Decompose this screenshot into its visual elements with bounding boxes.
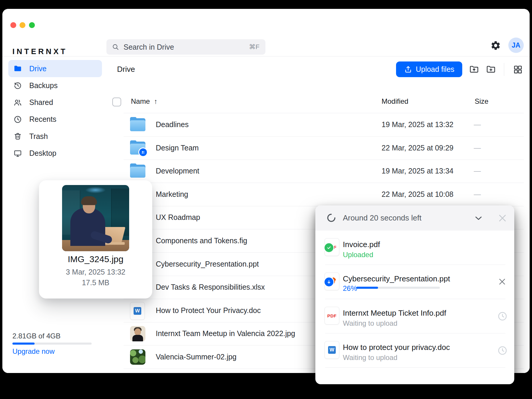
upload-item-percent: 26% — [343, 284, 357, 293]
upload-item-icon-cell: W — [325, 341, 339, 359]
close-icon — [497, 213, 508, 223]
sidebar-item-backups[interactable]: Backups — [8, 77, 102, 94]
row-file-name: Internxt Team Meetup in Valencia 2022.jp… — [156, 329, 295, 338]
sidebar-item-label: Shared — [29, 98, 53, 107]
close-panel-button[interactable] — [497, 213, 508, 223]
preview-date: 3 Mar, 2025 13:32 — [39, 268, 152, 276]
top-header: INTERNXT Search in Drive ⌘F JA — [2, 9, 530, 56]
upload-time-remaining: Around 20 seconds left — [343, 213, 421, 223]
upload-folder-button[interactable] — [469, 64, 479, 74]
upload-item-row: PDFInvoice.pdfUploaded — [315, 231, 514, 265]
trash-icon — [13, 132, 22, 141]
row-file-name: Marketing — [156, 190, 188, 199]
shared-folder-badge — [138, 147, 148, 157]
table-row[interactable]: Deadlines19 Mar, 2025 at 13:32— — [124, 113, 524, 137]
upload-files-button[interactable]: Upload files — [396, 61, 462, 77]
thumb-head — [134, 328, 141, 335]
preview-filename: IMG_3245.jpg — [39, 254, 152, 264]
upload-item-name: Invoice.pdf — [343, 240, 380, 249]
upload-item-status: Waiting to upload — [343, 319, 398, 327]
table-row[interactable]: Design Team22 Mar, 2025 at 09:29— — [124, 137, 524, 160]
search-icon — [112, 43, 119, 51]
row-file-name: How to Protect Your Privacy.doc — [156, 306, 261, 315]
upload-item-status: Waiting to upload — [343, 353, 398, 362]
upgrade-link[interactable]: Upgrade now — [12, 347, 55, 356]
row-file-name: Development — [156, 167, 199, 175]
avatar[interactable]: JA — [508, 38, 524, 53]
sidebar-item-label: Drive — [29, 64, 46, 73]
upload-row-divider — [325, 367, 505, 368]
folder-icon — [13, 64, 22, 73]
new-folder-button[interactable] — [486, 64, 496, 74]
row-file-name: Dev Tasks & Responsibilities.xlsx — [156, 283, 265, 291]
monitor-icon — [13, 149, 22, 158]
sidebar-item-recents[interactable]: Recents — [8, 111, 102, 128]
row-icon-cell — [130, 163, 147, 179]
row-icon-cell — [130, 349, 147, 365]
upload-item-name: Cybersecurity_Presentation.ppt — [343, 274, 450, 283]
column-header-modified[interactable]: Modified — [382, 97, 408, 106]
row-modified-date: 19 Mar, 2025 at 13:32 — [382, 120, 453, 129]
traffic-light-close[interactable] — [10, 22, 16, 28]
waiting-clock-icon — [497, 311, 508, 322]
traffic-light-zoom[interactable] — [29, 22, 35, 28]
sidebar-item-shared[interactable]: Shared — [8, 94, 102, 111]
cancel-upload-button[interactable] — [497, 277, 508, 287]
check-circle-icon — [324, 242, 334, 253]
sidebar-item-label: Recents — [29, 115, 56, 124]
row-modified-date: 22 Mar, 2025 at 09:29 — [382, 144, 453, 152]
chevron-down-icon — [473, 213, 484, 223]
pdf-label: PDF — [327, 313, 337, 318]
sidebar-item-desktop[interactable]: Desktop — [8, 145, 102, 162]
new-folder-icon — [486, 64, 496, 74]
select-all-checkbox[interactable] — [112, 98, 121, 106]
upload-item-row: PDFInternxt Meetup Ticket Info.pdfWaitin… — [315, 299, 514, 333]
spinner-icon — [327, 213, 336, 223]
upload-progressbar — [356, 287, 440, 289]
word-logo: W — [134, 307, 141, 315]
row-size: — — [474, 190, 481, 198]
image-thumbnail-foliage — [130, 349, 145, 365]
row-file-name: Design Team — [156, 144, 199, 152]
row-size: — — [474, 144, 481, 152]
folder-icon — [130, 118, 145, 131]
sort-ascending-icon: ↑ — [154, 97, 158, 105]
toolbar-divider — [504, 63, 504, 76]
waiting-clock-icon — [497, 345, 508, 356]
thumb-body — [132, 335, 143, 341]
upload-item-name: Internxt Meetup Ticket Info.pdf — [343, 309, 446, 318]
word-logo: W — [328, 346, 336, 354]
column-header-size[interactable]: Size — [475, 97, 489, 106]
upload-icon — [404, 65, 412, 74]
upload-panel-header: Around 20 seconds left — [315, 205, 514, 231]
column-header-name[interactable]: Name↑ — [131, 97, 158, 106]
pdf-file-icon: PDF — [325, 307, 339, 325]
grid-view-button[interactable] — [513, 64, 523, 74]
upload-item-name: How to protect your privacy.doc — [343, 343, 450, 352]
table-row[interactable]: Development19 Mar, 2025 at 13:34— — [124, 160, 524, 183]
settings-button[interactable] — [490, 40, 501, 51]
row-icon-cell — [130, 117, 147, 132]
gear-icon — [490, 40, 501, 51]
row-file-name: Valencia-Summer-02.jpg — [156, 353, 236, 361]
upload-item-row: Cybersecurity_Presentation.ppt26% — [315, 265, 514, 299]
history-icon — [13, 81, 22, 90]
upload-item-row: WHow to protect your privacy.docWaiting … — [315, 333, 514, 368]
doc-file-icon: W — [325, 341, 339, 359]
table-row[interactable]: Marketing22 Mar, 2025 at 10:08— — [124, 183, 524, 206]
upload-folder-icon — [469, 64, 479, 74]
traffic-light-minimize[interactable] — [20, 22, 25, 28]
search-input[interactable]: Search in Drive ⌘F — [106, 39, 265, 55]
storage-progressbar — [12, 343, 92, 345]
row-icon-cell — [130, 140, 147, 156]
sidebar-item-trash[interactable]: Trash — [8, 128, 102, 145]
minimize-panel-button[interactable] — [473, 213, 484, 223]
sidebar-item-label: Trash — [29, 132, 48, 141]
upload-item-icon-cell: PDF — [325, 307, 339, 325]
upload-progress-fill — [356, 287, 378, 289]
sidebar-item-drive[interactable]: Drive — [8, 60, 102, 77]
internxt-logo: INTERNXT — [12, 47, 67, 56]
folder-front — [130, 120, 145, 131]
upload-progress-panel: Around 20 seconds left PDFInvoice.pdfUpl… — [315, 205, 514, 384]
upload-files-label: Upload files — [416, 65, 455, 74]
